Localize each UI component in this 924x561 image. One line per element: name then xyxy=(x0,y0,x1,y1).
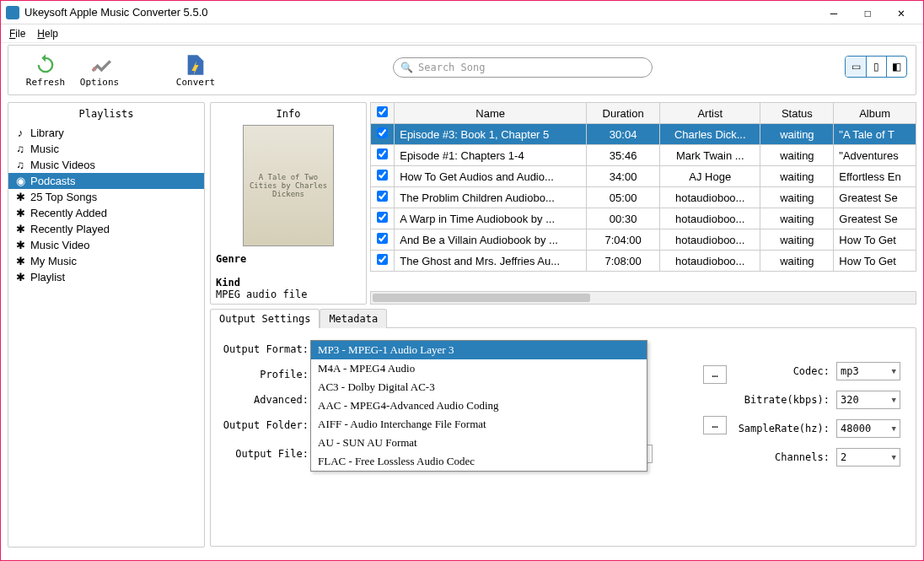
tab-metadata[interactable]: Metadata xyxy=(320,309,387,328)
sidebar-item-recently-played[interactable]: ✱Recently Played xyxy=(8,221,204,237)
sidebar-item-library[interactable]: ♪Library xyxy=(8,125,204,141)
column-album[interactable]: Album xyxy=(834,103,916,124)
samplerate-select[interactable]: 48000▼ xyxy=(836,419,900,438)
sidebar-item-music-video[interactable]: ✱Music Video xyxy=(8,237,204,253)
table-row[interactable]: How To Get Audios and Audio...34:00AJ Ho… xyxy=(371,166,916,187)
format-option[interactable]: AAC - MPEG4-Advanced Audio Coding xyxy=(311,396,647,415)
toolbar: Refresh Options Convert 🔍 Search Song ▭ … xyxy=(8,45,916,95)
sidebar-item-25-top-songs[interactable]: ✱25 Top Songs xyxy=(8,189,204,205)
cell-status: waiting xyxy=(760,251,834,272)
output-file-label: Output File: xyxy=(221,448,309,460)
layout-switcher[interactable]: ▭ ▯ ◧ xyxy=(845,56,907,78)
playlist-label: Recently Played xyxy=(30,223,110,235)
cell-duration: 30:04 xyxy=(587,124,660,145)
sidebar-item-my-music[interactable]: ✱My Music xyxy=(8,253,204,269)
sidebar-item-music-videos[interactable]: ♫Music Videos xyxy=(8,157,204,173)
profile-browse-button[interactable]: … xyxy=(703,365,727,384)
format-option[interactable]: FLAC - Free Lossless Audio Codec xyxy=(311,452,647,471)
cell-name: A Warp in Time Audiobook by ... xyxy=(395,208,587,229)
refresh-button[interactable]: Refresh xyxy=(19,53,73,88)
table-row[interactable]: And Be a Villain Audiobook by ...7:04:00… xyxy=(371,229,916,251)
channels-select[interactable]: 2▼ xyxy=(836,448,900,467)
app-icon xyxy=(6,6,19,19)
format-option[interactable]: AIFF - Audio Interchange File Format xyxy=(311,415,647,434)
format-option[interactable]: AU - SUN AU Format xyxy=(311,434,647,452)
tab-output-settings[interactable]: Output Settings xyxy=(210,309,320,328)
table-row[interactable]: A Warp in Time Audiobook by ...00:30hota… xyxy=(371,208,916,229)
horizontal-scrollbar[interactable] xyxy=(370,291,916,305)
cell-artist: AJ Hoge xyxy=(660,166,760,187)
bitrate-select[interactable]: 320▼ xyxy=(836,391,900,409)
output-settings-pane: Output Format: Profile: … Advanced: Outp… xyxy=(210,327,916,547)
menu-file[interactable]: File xyxy=(9,28,25,40)
row-checkbox[interactable] xyxy=(377,233,388,244)
format-option[interactable]: AC3 - Dolby Digital AC-3 xyxy=(311,378,647,396)
table-row[interactable]: Episode #3: Book 1, Chapter 530:04Charle… xyxy=(371,124,916,145)
cell-duration: 00:30 xyxy=(587,208,660,229)
playlist-label: My Music xyxy=(30,255,77,267)
playlist-icon: ◉ xyxy=(13,175,27,187)
cell-album: Greatest Se xyxy=(834,208,916,229)
layout-2-icon[interactable]: ▯ xyxy=(866,57,886,77)
select-all-checkbox[interactable] xyxy=(377,106,388,117)
table-row[interactable]: The Ghost and Mrs. Jeffries Au...7:08:00… xyxy=(371,251,916,272)
sidebar-item-playlist[interactable]: ✱Playlist xyxy=(8,269,204,285)
table-row[interactable]: Episode #1: Chapters 1-435:46Mark Twain … xyxy=(371,145,916,166)
playlist-icon: ✱ xyxy=(13,239,27,251)
column-name[interactable]: Name xyxy=(395,103,587,124)
search-input[interactable]: 🔍 Search Song xyxy=(393,57,653,78)
playlist-label: Music xyxy=(30,143,59,155)
column-duration[interactable]: Duration xyxy=(587,103,660,124)
refresh-icon xyxy=(34,53,57,77)
genre-label: Genre xyxy=(216,253,246,265)
layout-1-icon[interactable]: ▭ xyxy=(846,57,866,77)
cell-artist: hotaudioboo... xyxy=(660,229,760,251)
playlist-label: Library xyxy=(30,127,64,139)
codec-select[interactable]: mp3▼ xyxy=(836,362,900,380)
options-button[interactable]: Options xyxy=(73,53,126,88)
row-checkbox[interactable] xyxy=(377,254,388,265)
column-artist[interactable]: Artist xyxy=(660,103,760,124)
row-checkbox[interactable] xyxy=(377,212,388,223)
row-checkbox[interactable] xyxy=(377,191,388,202)
maximize-button[interactable]: ☐ xyxy=(851,1,884,24)
bitrate-label: Bitrate(kbps): xyxy=(728,394,830,406)
svg-point-0 xyxy=(93,67,97,71)
minimize-button[interactable]: — xyxy=(817,1,851,24)
playlist-label: Music Videos xyxy=(30,159,95,171)
header-checkbox[interactable] xyxy=(371,103,395,124)
channels-label: Channels: xyxy=(728,451,830,463)
convert-button[interactable]: Convert xyxy=(169,53,223,88)
playlist-label: Music Video xyxy=(30,239,90,251)
cell-duration: 35:46 xyxy=(587,145,660,166)
cell-artist: hotaudioboo... xyxy=(660,208,760,229)
folder-browse-button[interactable]: … xyxy=(703,416,727,434)
format-option[interactable]: M4A - MPEG4 Audio xyxy=(311,359,647,378)
column-status[interactable]: Status xyxy=(760,103,834,124)
playlists-panel: Playlists ♪Library♫Music♫Music Videos◉Po… xyxy=(8,102,205,548)
table-row[interactable]: The Problim Children Audiobo...05:00hota… xyxy=(371,187,916,208)
window-title: Ukeysoft Apple Music Converter 5.5.0 xyxy=(24,6,208,19)
close-button[interactable]: ✕ xyxy=(884,1,918,24)
playlist-icon: ✱ xyxy=(13,223,27,235)
layout-3-icon[interactable]: ◧ xyxy=(886,57,906,77)
output-format-dropdown[interactable]: MP3 - MPEG-1 Audio Layer 3M4A - MPEG4 Au… xyxy=(310,340,647,472)
playlist-icon: ✱ xyxy=(13,191,27,203)
playlist-icon: ✱ xyxy=(13,271,27,283)
sidebar-item-music[interactable]: ♫Music xyxy=(8,141,204,157)
cell-duration: 7:04:00 xyxy=(587,229,660,251)
codec-label: Codec: xyxy=(728,365,830,377)
row-checkbox[interactable] xyxy=(377,127,388,138)
playlist-label: Playlist xyxy=(30,271,65,283)
playlist-icon: ♪ xyxy=(13,127,27,139)
sidebar-item-podcasts[interactable]: ◉Podcasts xyxy=(8,173,204,189)
sidebar-item-recently-added[interactable]: ✱Recently Added xyxy=(8,205,204,221)
row-checkbox[interactable] xyxy=(377,170,388,181)
playlist-icon: ✱ xyxy=(13,255,27,267)
cell-album: Effortless En xyxy=(834,166,916,187)
format-option[interactable]: MP3 - MPEG-1 Audio Layer 3 xyxy=(311,341,647,359)
cell-album: "Adventures xyxy=(834,145,916,166)
row-checkbox[interactable] xyxy=(377,148,388,159)
playlist-label: 25 Top Songs xyxy=(30,191,97,203)
menu-help[interactable]: Help xyxy=(37,28,58,40)
